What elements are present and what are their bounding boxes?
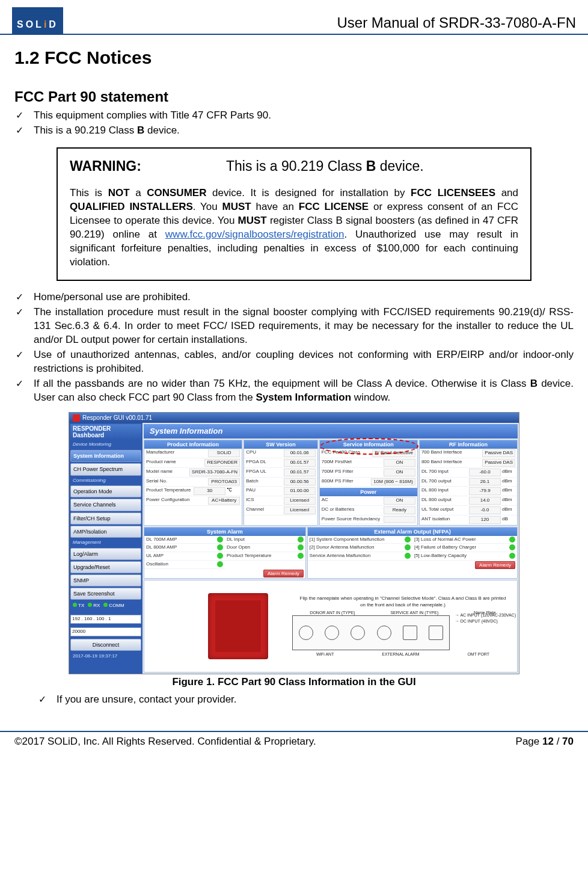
kv-row: 800 Band InterfacePassive DAS [420,458,517,468]
nav-upgrade-reset[interactable]: Upgrade/Reset [70,561,141,573]
port-label: AC INPUT (120VAC-230VAC) [460,613,516,617]
led-rx: RX [93,603,100,608]
figure-gui: Responder GUI v00.01.71 RESPONDER Dashbo… [69,412,519,689]
port-icon [403,626,417,640]
subsection-heading: FCC Part 90 statement [14,87,574,106]
alarm-row: Oscillation [144,561,225,569]
port-label: DONOR ANT IN (TYPE) [310,610,355,615]
led-comm: COMM [109,603,124,608]
rf-info-panel: RF Information 700 Band InterfacePassive… [419,440,518,526]
kv-row: 700M PS FilterON [320,468,417,478]
alarm-row: UL AMP [144,552,225,561]
port-label: WiFi ANT [316,651,334,657]
window-titlebar: Responder GUI v00.01.71 [69,413,519,423]
document-title: User Manual of SRDR-33-7080-A-FN [337,14,576,31]
bullet-list-top: This equipment complies with Title 47 CF… [14,109,574,138]
system-alarm-panel: System Alarm DL 700M AMPDL 800M AMPUL AM… [144,527,306,579]
page-content: 1.2 FCC Notices FCC Part 90 statement Th… [0,35,588,707]
product-info-panel: Product Information ManufacturerSOLiDPro… [144,440,242,526]
warning-label: WARNING: [70,157,226,176]
kv-row: CPU00.01.06 [244,449,317,458]
port-label: DC INPUT (48VDC) [461,619,498,623]
port-label: SERVICE ANT IN (TYPE) [390,610,438,615]
alarm-row: Product Temperature [225,552,305,561]
kv-row: 700M FirstNetON [320,458,417,468]
port-icon [351,626,365,640]
port-box [292,615,450,650]
alarm-row: [5] Low-Battery Capacity [412,552,517,561]
port-input[interactable]: 20000 [70,627,141,636]
port-label: OMT PORT [467,651,489,657]
kv-row: DL 700 input-60.0dBm [420,468,517,478]
nav-service-channels[interactable]: Service Channels [70,499,141,511]
warning-box: WARNING: This is a 90.219 Class B device… [57,147,531,282]
nav-log-alarm[interactable]: Log/Alarm [70,548,141,560]
alarm-row: [4] Failure of Battery Charger [412,544,517,552]
kv-row: ACON [320,496,417,506]
kv-row: FCC Part90 ClassB/ Band-Selective [320,449,417,458]
kv-row: DL 800 input-79.9dBm [420,487,517,496]
kv-row: ANT isolation120dB [420,515,517,525]
alarm-row: [3] Loss of Normal AC Power [412,536,517,544]
external-alarm-panel: External Alarm Output (NFPA) [1] System … [307,527,518,579]
logo-solid: SOLiD [12,7,63,34]
kv-row: 700 Band InterfacePassive DAS [420,449,517,458]
alarm-row: DL Input [225,536,305,544]
window-title: Responder GUI v00.01.71 [82,414,152,422]
nav-save-screenshot[interactable]: Save Screenshot [70,588,141,600]
kv-row: Power ConfigurationAC+Battery [144,496,242,506]
page-number: Page 12 / 70 [516,736,574,748]
gui-main: System Information Product Information M… [142,423,519,673]
kv-row: Product nameRESPONDER [144,458,242,468]
alarm-row: DL 700M AMP [144,536,225,544]
kv-row: Batch00.00.56 [244,478,317,487]
alarm-remedy-button[interactable]: Alarm Remedy [263,570,304,577]
page-footer: ©2017 SOLiD, Inc. All Rights Reserved. C… [0,731,588,751]
kv-row: FPGA UL00.01.57 [244,468,317,478]
alarm-remedy-button-ext[interactable]: Alarm Remedy [475,561,515,569]
port-label: EXTERNAL ALARM [382,651,419,657]
nav-snmp[interactable]: SNMP [70,574,141,586]
alarm-row: Service Antenna Malfunction [308,552,412,561]
panel-head-sw: SW Version [244,440,317,449]
nav-operation-mode[interactable]: Operation Mode [70,485,141,497]
section-heading: 1.2 FCC Notices [14,46,574,70]
main-panel-title: System Information [144,424,518,438]
device-front-illustration [208,593,268,659]
figure-caption: Figure 1. FCC Part 90 Class Information … [69,675,519,689]
kv-row: FPGA DL00.01.57 [244,458,317,468]
panel-head-service: Service Information [320,440,417,449]
device-port-diagram: Flip the nameplate when operating in "Ch… [292,594,513,657]
led-tx: TX [78,603,84,608]
nav-section-monitoring: Device Monitoring [70,441,141,449]
ip-input[interactable]: 192 . 160 . 100 . 1 [70,615,141,624]
kv-row: Serial No.PROTOA03 [144,478,242,487]
logo-text: SOL [17,19,44,29]
nav-ch-power-spectrum[interactable]: CH Power Spectrum [70,463,141,475]
page-header: SOLiD User Manual of SRDR-33-7080-A-FN [0,0,588,35]
logo-text-accent2: D [49,19,58,29]
port-icon [325,626,339,640]
nav-system-information[interactable]: System Information [70,450,141,462]
nav-section-commissioning: Commissioning [70,477,141,485]
kv-row: ManufacturerSOLiD [144,449,242,458]
disconnect-button[interactable]: Disconnect [70,639,141,651]
fcc-registration-link[interactable]: www.fcc.gov/signalboosters/registration [165,229,345,240]
gui-body: RESPONDER Dashboard Device Monitoring Sy… [69,423,519,673]
alarm-row: DL 800M AMP [144,544,225,552]
bullet-list-bottom: If you are unsure, contact your provider… [14,693,574,707]
copyright-text: ©2017 SOLiD, Inc. All Rights Reserved. C… [14,736,316,748]
dashboard-title: RESPONDER Dashboard [70,424,141,440]
warning-headline-text: This is a 90.219 Class B device. [226,157,424,176]
kv-row: UL Total output-0.0dBm [420,506,517,515]
nav-filter-ch-setup[interactable]: Filter/CH Setup [70,512,141,525]
port-icon [429,626,443,640]
nav-amp-isolation[interactable]: AMP/Isolation [70,526,141,538]
kv-row: Model nameSRDR-33-7080-A-FN [144,468,242,478]
nav-section-management: Management [70,539,141,547]
kv-row: DL 800 output14.0dBm [420,496,517,506]
kv-row: Power Source Redundancy [320,515,417,524]
panel-head-extalarm: External Alarm Output (NFPA) [308,528,517,536]
info-panel-row: Product Information ManufacturerSOLiDPro… [144,440,518,526]
list-item: Home/personal use are prohibited. [14,291,574,304]
